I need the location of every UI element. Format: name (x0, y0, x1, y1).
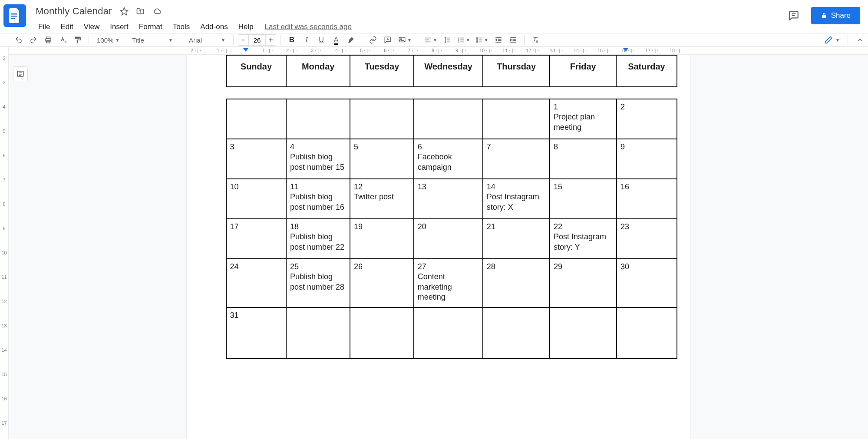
calendar-cell[interactable] (350, 99, 414, 139)
day-header[interactable]: Monday (286, 55, 350, 87)
zoom-select[interactable]: 100%▼ (93, 33, 119, 46)
docs-home-icon[interactable] (3, 4, 26, 27)
clear-formatting-button[interactable] (529, 33, 542, 46)
calendar-cell[interactable]: 23 (617, 219, 677, 259)
insert-comment-button[interactable] (381, 33, 394, 46)
document-title[interactable]: Monthly Calendar (34, 5, 114, 18)
calendar-cell[interactable]: 14Post Instagram story: X (483, 179, 550, 219)
star-icon[interactable] (120, 7, 129, 16)
menu-view[interactable]: View (79, 21, 104, 33)
calendar-cell[interactable] (286, 307, 350, 359)
calendar-cell[interactable]: 21 (483, 219, 550, 259)
spellcheck-button[interactable] (56, 33, 69, 46)
hruler-tick: 12 · | · (526, 48, 539, 53)
calendar-cell[interactable] (286, 99, 350, 139)
day-header[interactable]: Saturday (616, 55, 677, 87)
menu-edit[interactable]: Edit (56, 21, 77, 33)
menu-help[interactable]: Help (234, 21, 258, 33)
font-select[interactable]: Arial▼ (185, 33, 229, 46)
calendar-cell[interactable]: 31 (226, 307, 286, 359)
bold-button[interactable]: B (285, 33, 298, 46)
calendar-cell[interactable]: 10 (226, 179, 286, 219)
document-page[interactable]: SundayMondayTuesdayWednesdayThursdayFrid… (187, 55, 690, 439)
calendar-cell[interactable]: 6Facebook campaign (414, 139, 483, 179)
left-indent-marker[interactable] (243, 48, 248, 52)
calendar-cell[interactable]: 15 (550, 179, 617, 219)
line-spacing-button[interactable] (441, 33, 454, 46)
document-outline-button[interactable] (13, 66, 28, 81)
calendar-cell[interactable]: 18Publish blog post number 22 (286, 219, 350, 259)
menu-addons[interactable]: Add-ons (196, 21, 232, 33)
collapse-toolbar-button[interactable] (857, 36, 864, 43)
calendar-cell[interactable]: 26 (350, 259, 414, 307)
paint-format-button[interactable] (71, 33, 84, 46)
calendar-cell[interactable]: 13 (414, 179, 483, 219)
calendar-cell[interactable]: 12Twitter post (350, 179, 414, 219)
day-header[interactable]: Friday (550, 55, 616, 87)
increase-font-size-button[interactable]: + (266, 34, 276, 46)
open-comments-button[interactable] (784, 6, 803, 25)
highlight-button[interactable] (344, 33, 357, 46)
calendar-cell[interactable]: 3 (226, 139, 286, 179)
numbered-list-button[interactable]: 123▼ (455, 33, 472, 46)
calendar-header-table[interactable]: SundayMondayTuesdayWednesdayThursdayFrid… (226, 55, 677, 87)
day-header[interactable]: Thursday (483, 55, 550, 87)
calendar-cell[interactable]: 9 (617, 139, 677, 179)
decrease-font-size-button[interactable]: − (238, 34, 248, 46)
calendar-cell[interactable]: 8 (550, 139, 617, 179)
calendar-cell[interactable]: 29 (550, 259, 617, 307)
calendar-cell[interactable] (414, 307, 483, 359)
bulleted-list-button[interactable]: ▼ (474, 33, 490, 46)
day-header[interactable]: Wednesday (414, 55, 483, 87)
calendar-cell[interactable] (550, 307, 617, 359)
underline-button[interactable]: U (315, 33, 328, 46)
calendar-cell[interactable]: 27Content marketing meeting (414, 259, 483, 307)
calendar-cell[interactable] (483, 99, 550, 139)
calendar-cell[interactable]: 16 (617, 179, 677, 219)
day-header[interactable]: Tuesday (350, 55, 414, 87)
calendar-cell[interactable]: 19 (350, 219, 414, 259)
calendar-cell[interactable]: 4Publish blog post number 15 (286, 139, 350, 179)
menu-tools[interactable]: Tools (168, 21, 195, 33)
menu-format[interactable]: Format (135, 21, 167, 33)
calendar-cell[interactable] (226, 99, 286, 139)
redo-button[interactable] (27, 33, 40, 46)
calendar-cell[interactable]: 2 (617, 99, 677, 139)
document-scroll-area[interactable]: SundayMondayTuesdayWednesdayThursdayFrid… (9, 55, 868, 439)
calendar-cell[interactable] (414, 99, 483, 139)
calendar-cell[interactable]: 20 (414, 219, 483, 259)
share-button[interactable]: Share (811, 7, 860, 24)
cloud-status-icon[interactable] (152, 7, 162, 16)
last-edit-link[interactable]: Last edit was seconds ago (265, 23, 352, 31)
calendar-body-table[interactable]: 1Project plan meeting234Publish blog pos… (226, 99, 677, 359)
calendar-cell[interactable] (350, 307, 414, 359)
font-size-input[interactable] (248, 34, 266, 46)
increase-indent-button[interactable] (507, 33, 520, 46)
calendar-cell[interactable]: 5 (350, 139, 414, 179)
decrease-indent-button[interactable] (492, 33, 505, 46)
calendar-cell[interactable]: 17 (226, 219, 286, 259)
undo-button[interactable] (12, 33, 25, 46)
align-button[interactable]: ▼ (422, 33, 439, 46)
paragraph-style-select[interactable]: Title▼ (129, 33, 176, 46)
italic-button[interactable]: I (300, 33, 313, 46)
calendar-cell[interactable]: 1Project plan meeting (550, 99, 617, 139)
calendar-cell[interactable]: 11Publish blog post number 16 (286, 179, 350, 219)
calendar-cell[interactable]: 28 (483, 259, 550, 307)
day-header[interactable]: Sunday (226, 55, 287, 87)
calendar-cell[interactable] (617, 307, 677, 359)
calendar-cell[interactable]: 7 (483, 139, 550, 179)
calendar-cell[interactable]: 30 (617, 259, 677, 307)
text-color-button[interactable]: A (330, 33, 343, 46)
calendar-cell[interactable]: 22Post Instagram story: Y (550, 219, 617, 259)
calendar-cell[interactable]: 24 (226, 259, 286, 307)
calendar-cell[interactable]: 25Publish blog post number 28 (286, 259, 350, 307)
insert-link-button[interactable] (366, 33, 380, 46)
move-icon[interactable] (135, 7, 145, 16)
menu-insert[interactable]: Insert (106, 21, 133, 33)
insert-image-button[interactable]: ▼ (396, 33, 413, 46)
menu-file[interactable]: File (34, 21, 54, 33)
calendar-cell[interactable] (483, 307, 550, 359)
editing-mode-button[interactable]: ▼ (821, 34, 843, 46)
print-button[interactable] (42, 33, 55, 46)
